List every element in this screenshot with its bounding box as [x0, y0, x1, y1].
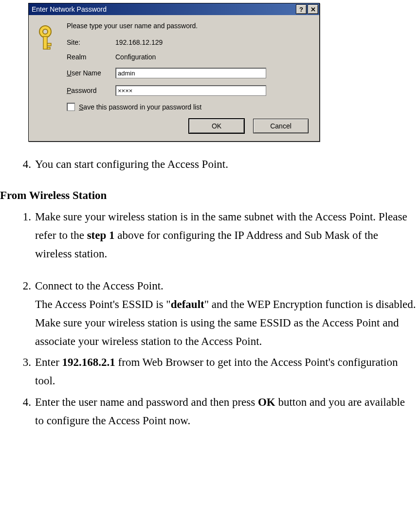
- close-icon: ✕: [310, 6, 316, 13]
- password-dialog: Enter Network Password ? ✕ Please type y…: [28, 3, 320, 142]
- ok-button[interactable]: OK: [189, 119, 244, 133]
- svg-rect-2: [43, 36, 47, 49]
- list-item: 1. Make sure your wireless station is in…: [0, 208, 416, 263]
- realm-value: Configuration: [115, 53, 156, 61]
- help-button[interactable]: ?: [296, 4, 307, 14]
- list-number: 4.: [18, 393, 31, 430]
- password-label: Password: [67, 87, 115, 94]
- save-password-label: Save this password in your password list: [79, 103, 201, 111]
- list-text: Enter 192.168.2.1 from Web Browser to ge…: [35, 353, 416, 390]
- username-input[interactable]: [115, 68, 266, 78]
- help-icon: ?: [299, 6, 303, 13]
- list-number: 1.: [18, 208, 31, 263]
- list-item: 4. Enter the user name and password and …: [0, 393, 416, 430]
- password-input[interactable]: [115, 85, 266, 96]
- cancel-button[interactable]: Cancel: [253, 119, 309, 133]
- list-text: Connect to the Access Point. The Access …: [35, 277, 416, 351]
- list-item: 2. Connect to the Access Point. The Acce…: [0, 277, 416, 351]
- site-label: Site:: [67, 38, 115, 46]
- section-heading: From Wireless Station: [0, 186, 416, 205]
- realm-label: Realm: [67, 53, 115, 61]
- list-item: 3. Enter 192.168.2.1 from Web Browser to…: [0, 353, 416, 390]
- close-button[interactable]: ✕: [308, 4, 318, 14]
- svg-point-1: [43, 29, 48, 34]
- titlebar: Enter Network Password ? ✕: [29, 3, 319, 15]
- list-number: 3.: [18, 353, 31, 390]
- list-item: 4. You can start configuring the Access …: [0, 155, 416, 174]
- save-password-checkbox[interactable]: [67, 103, 75, 111]
- key-icon: [37, 24, 59, 54]
- list-text: Enter the user name and password and the…: [35, 393, 416, 430]
- list-text: Make sure your wireless station is in th…: [35, 208, 416, 263]
- titlebar-text: Enter Network Password: [32, 5, 295, 13]
- list-number: 2.: [18, 277, 31, 351]
- username-label: User Name: [67, 69, 115, 77]
- list-number: 4.: [18, 155, 31, 174]
- document-body: 4. You can start configuring the Access …: [0, 142, 420, 430]
- svg-rect-4: [47, 47, 50, 49]
- list-text: You can start configuring the Access Poi…: [35, 155, 416, 174]
- site-value: 192.168.12.129: [115, 38, 163, 46]
- dialog-prompt: Please type your user name and password.: [67, 22, 311, 30]
- svg-rect-3: [47, 43, 51, 46]
